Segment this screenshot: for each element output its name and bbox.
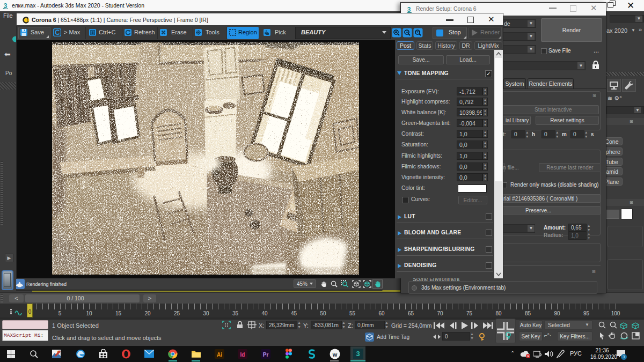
svg-text:3: 3 — [407, 6, 411, 13]
svg-text:Id: Id — [240, 352, 245, 358]
svg-text:3: 3 — [4, 2, 8, 9]
svg-text:3: 3 — [356, 350, 360, 358]
svg-text:w: w — [332, 351, 338, 358]
svg-text:Pr: Pr — [263, 352, 269, 358]
svg-text:Ai: Ai — [217, 352, 222, 358]
